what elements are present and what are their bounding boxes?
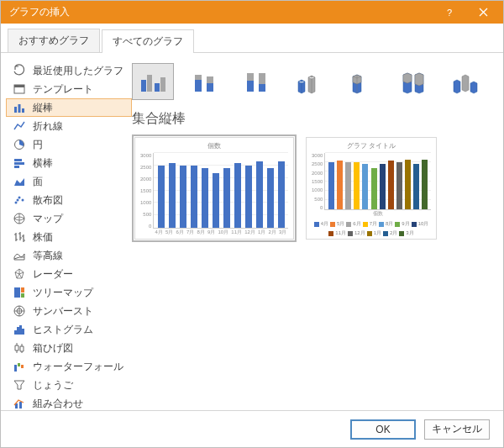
ok-button[interactable]: OK	[350, 419, 416, 440]
sidebar-item-bar[interactable]: 横棒	[6, 154, 132, 172]
sidebar-item-combo[interactable]: 組み合わせ	[6, 394, 132, 410]
svg-rect-9	[14, 166, 19, 168]
sidebar-item-boxwhisker[interactable]: 箱ひげ図	[6, 339, 132, 357]
stock-chart-icon	[13, 230, 26, 244]
preview-title: グラフ タイトル	[312, 141, 431, 153]
dialog-footer: OK キャンセル	[1, 410, 503, 447]
sidebar-item-label: 円	[33, 138, 43, 152]
tab-recommended[interactable]: おすすめグラフ	[8, 29, 100, 52]
help-button[interactable]: ?	[433, 1, 466, 24]
area-chart-icon	[13, 175, 26, 188]
svg-rect-17	[21, 293, 24, 298]
line-chart-icon	[13, 119, 26, 133]
tab-strip: おすすめグラフ すべてのグラフ	[1, 24, 503, 53]
close-button[interactable]	[466, 1, 500, 24]
radar-chart-icon	[13, 267, 26, 281]
svg-rect-29	[141, 80, 146, 92]
section-title: 集合縦棒	[132, 107, 495, 134]
tab-all[interactable]: すべてのグラフ	[102, 29, 194, 53]
sidebar-item-label: 折れ線	[33, 119, 63, 134]
sidebar-item-treemap[interactable]: ツリーマップ	[6, 283, 132, 302]
surface-chart-icon	[13, 249, 26, 262]
preview-title: 個数	[140, 141, 288, 153]
sidebar-item-pie[interactable]: 円	[6, 135, 132, 154]
svg-rect-36	[207, 76, 213, 83]
sidebar-item-waterfall[interactable]: ウォーターフォール	[6, 357, 132, 376]
recent-icon	[13, 64, 26, 77]
sidebar-item-templates[interactable]: テンプレート	[6, 80, 132, 98]
sidebar-item-column[interactable]: 縦棒	[6, 98, 132, 117]
dialog-title: グラフの挿入	[9, 5, 70, 19]
sidebar-item-recent[interactable]: 最近使用したグラフ	[6, 61, 132, 80]
waterfall-chart-icon	[13, 360, 26, 373]
svg-rect-3	[14, 107, 17, 113]
svg-rect-26	[21, 365, 24, 368]
pie-chart-icon	[13, 138, 26, 151]
svg-rect-40	[259, 73, 265, 84]
sidebar-item-scatter[interactable]: 散布図	[6, 191, 132, 209]
insert-chart-dialog: グラフの挿入 ? おすすめグラフ すべてのグラフ 最近使用したグラフ テンプレー…	[0, 0, 504, 448]
sidebar-item-label: ウォーターフォール	[33, 360, 123, 374]
subtype-3d-100stacked-column[interactable]	[392, 63, 434, 100]
sidebar-item-stock[interactable]: 株価	[6, 228, 132, 246]
subtype-stacked-column[interactable]	[184, 63, 226, 100]
svg-rect-21	[17, 327, 19, 335]
svg-rect-35	[207, 83, 213, 92]
sidebar-item-funnel[interactable]: じょうご	[6, 376, 132, 394]
sunburst-chart-icon	[13, 304, 26, 318]
svg-rect-5	[22, 108, 24, 113]
svg-rect-2	[14, 85, 24, 87]
funnel-chart-icon	[13, 378, 26, 392]
sidebar-item-line[interactable]: 折れ線	[6, 117, 132, 135]
svg-rect-25	[18, 363, 20, 366]
subtype-clustered-column[interactable]	[132, 63, 174, 100]
svg-point-12	[22, 199, 24, 202]
chart-preview-row: 個数3000250020001500100050004月5月6月7月8月9月10…	[132, 134, 495, 242]
svg-rect-4	[18, 104, 21, 113]
svg-rect-28	[19, 402, 22, 408]
chart-preview-1[interactable]: 個数3000250020001500100050004月5月6月7月8月9月10…	[132, 134, 297, 242]
subtype-3d-stacked-column[interactable]	[340, 63, 382, 100]
sidebar-item-label: 面	[33, 175, 43, 189]
sidebar-item-label: ヒストグラム	[33, 323, 93, 337]
subtype-3d-clustered-column[interactable]	[288, 63, 330, 100]
svg-text:?: ?	[447, 8, 452, 18]
sidebar-item-label: じょうご	[33, 378, 73, 393]
sidebar-item-surface[interactable]: 等高線	[6, 246, 132, 265]
svg-point-11	[18, 197, 21, 199]
sidebar-item-label: 最近使用したグラフ	[33, 64, 123, 78]
sidebar-item-label: テンプレート	[33, 82, 93, 97]
svg-point-10	[15, 202, 18, 204]
sidebar-item-label: 横棒	[33, 156, 53, 171]
sidebar-item-label: 縦棒	[33, 101, 53, 115]
svg-rect-30	[147, 75, 152, 92]
template-icon	[13, 82, 26, 96]
svg-rect-32	[160, 77, 165, 92]
sidebar-item-label: 等高線	[33, 249, 63, 263]
svg-rect-33	[195, 80, 202, 92]
sidebar-item-map[interactable]: マップ	[6, 209, 132, 228]
svg-rect-16	[21, 287, 24, 293]
sidebar-item-histogram[interactable]: ヒストグラム	[6, 320, 132, 339]
combo-chart-icon	[13, 397, 26, 410]
subtype-3d-column[interactable]	[444, 63, 486, 100]
sidebar-item-label: 組み合わせ	[33, 397, 83, 411]
sidebar-item-area[interactable]: 面	[6, 172, 132, 191]
svg-point-13	[17, 199, 19, 202]
sidebar-item-label: 散布図	[33, 193, 63, 208]
svg-rect-8	[14, 162, 24, 165]
sidebar-item-label: ツリーマップ	[33, 286, 93, 300]
sidebar-item-sunburst[interactable]: サンバースト	[6, 302, 132, 320]
chart-category-sidebar: 最近使用したグラフ テンプレート 縦棒 折れ線 円 横棒	[6, 60, 132, 407]
chart-preview-2[interactable]: グラフ タイトル300025002000150010005000個数4月5月6月…	[303, 134, 439, 242]
sidebar-item-label: 株価	[33, 230, 53, 245]
sidebar-item-radar[interactable]: レーダー	[6, 265, 132, 283]
svg-rect-31	[155, 83, 160, 92]
cancel-button[interactable]: キャンセル	[424, 419, 490, 440]
histogram-chart-icon	[13, 323, 26, 336]
sidebar-item-label: マップ	[33, 212, 63, 226]
treemap-chart-icon	[13, 286, 26, 299]
svg-rect-34	[195, 75, 202, 80]
sidebar-item-label: サンバースト	[33, 304, 93, 319]
subtype-100stacked-column[interactable]	[236, 63, 278, 100]
